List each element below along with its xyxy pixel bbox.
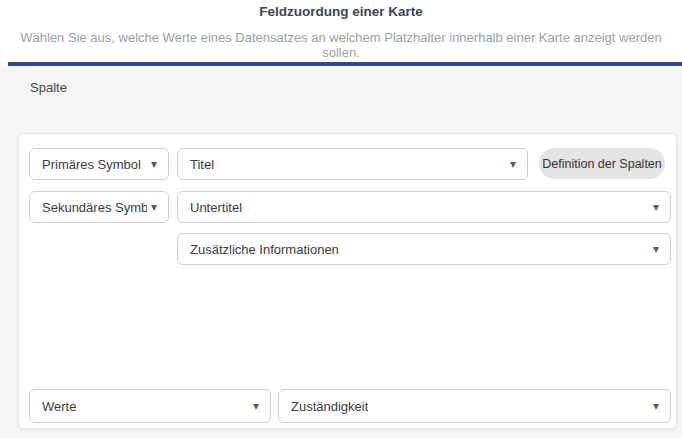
subtitle-select[interactable]: Untertitel ▾ <box>177 191 671 223</box>
additional-info-select-value: Zusätzliche Informationen <box>190 242 339 257</box>
additional-info-select[interactable]: Zusätzliche Informationen ▾ <box>177 233 671 265</box>
spalte-section: Spalte Primäres Symbol ▾ Titel ▾ Definit… <box>0 66 682 438</box>
chevron-down-icon: ▾ <box>151 158 157 170</box>
title-select[interactable]: Titel ▾ <box>177 148 528 180</box>
responsibility-select[interactable]: Zuständigkeit ▾ <box>278 389 671 423</box>
chevron-down-icon: ▾ <box>510 158 516 170</box>
chevron-down-icon: ▾ <box>653 201 659 213</box>
secondary-symbol-select[interactable]: Sekundäres Symbol ▾ <box>29 191 169 223</box>
card-mapping-panel: Primäres Symbol ▾ Titel ▾ Definition der… <box>18 133 677 429</box>
column-definition-button[interactable]: Definition der Spalten <box>539 148 665 179</box>
primary-symbol-select[interactable]: Primäres Symbol ▾ <box>29 148 169 180</box>
responsibility-select-value: Zuständigkeit <box>291 399 368 414</box>
values-select-value: Werte <box>42 399 76 414</box>
chevron-down-icon: ▾ <box>151 201 157 213</box>
chevron-down-icon: ▾ <box>653 400 659 412</box>
secondary-symbol-select-value: Sekundäres Symbol <box>42 200 147 215</box>
section-label: Spalte <box>30 80 67 95</box>
subtitle-select-value: Untertitel <box>190 200 242 215</box>
title-select-value: Titel <box>190 157 214 172</box>
feldzuordnung-dialog: Feldzuordung einer Karte Wählen Sie aus,… <box>0 0 682 438</box>
values-select[interactable]: Werte ▾ <box>29 389 271 423</box>
primary-symbol-select-value: Primäres Symbol <box>42 157 141 172</box>
page-title: Feldzuordung einer Karte <box>0 4 682 19</box>
page-subtitle: Wählen Sie aus, welche Werte eines Daten… <box>0 30 682 60</box>
chevron-down-icon: ▾ <box>253 400 259 412</box>
chevron-down-icon: ▾ <box>653 243 659 255</box>
